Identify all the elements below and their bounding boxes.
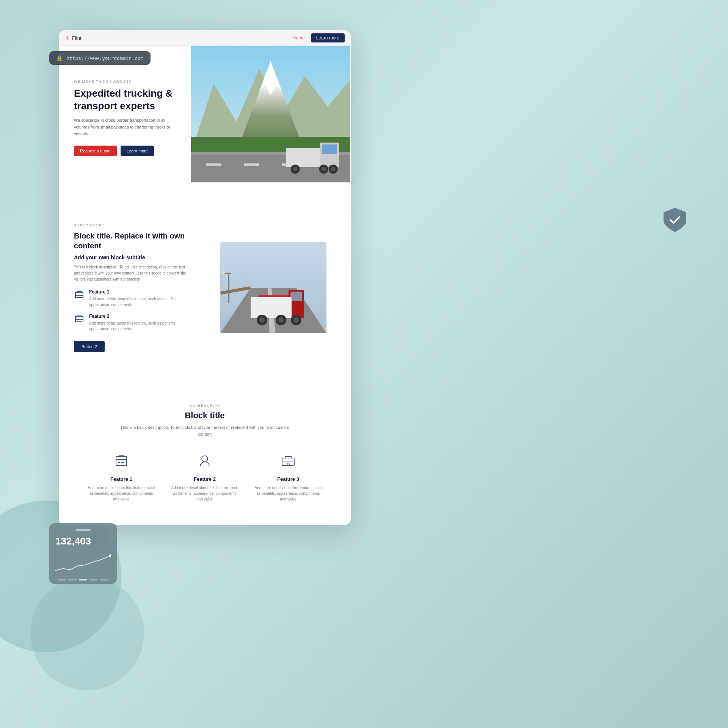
- hero-scene-image: [190, 46, 351, 182]
- request-quote-button[interactable]: Request a quote: [74, 146, 117, 156]
- hero-buttons: Request a quote Learn more: [74, 146, 178, 156]
- svg-rect-14: [322, 144, 337, 154]
- features-description: This is a block description. To edit, cl…: [118, 424, 292, 438]
- shield-icon: [660, 205, 690, 235]
- feature-card-2: Feature 2 Add more detail about this fea…: [171, 453, 239, 502]
- svg-point-20: [331, 167, 335, 171]
- svg-rect-27: [290, 292, 302, 301]
- feature-card-2-icon: [196, 453, 213, 469]
- url-bar[interactable]: 🔒 https://www.yourdomain.com: [49, 51, 151, 65]
- feature-card-3-icon: [280, 453, 297, 469]
- svg-rect-9: [244, 163, 259, 166]
- svg-point-30: [259, 317, 265, 323]
- feature-1-title: Feature 1: [89, 289, 187, 295]
- stats-dot-5: [100, 579, 108, 581]
- block-right: [199, 208, 351, 367]
- features-grid: Feature 1 Add more detail about this fea…: [74, 453, 336, 502]
- section-spacer-2: [59, 367, 351, 386]
- hero-description: We specialize in cross-border transporta…: [74, 117, 178, 137]
- nav-home-link[interactable]: Home: [293, 35, 305, 41]
- svg-rect-40: [282, 458, 294, 466]
- logo-icon: ✳: [65, 35, 70, 42]
- stats-dot-4: [89, 579, 98, 581]
- svg-rect-38: [116, 457, 127, 466]
- svg-point-41: [287, 463, 289, 465]
- truck-road-scene: [220, 242, 326, 333]
- svg-point-34: [293, 317, 299, 323]
- svg-rect-8: [206, 163, 221, 166]
- stats-dot-3: [79, 579, 87, 581]
- feature-1-desc: Add more detail about this feature, such…: [89, 296, 187, 308]
- stats-number: 132,403: [55, 535, 111, 547]
- block-section-1: SUPERSCRIPT Block title. Replace it with…: [59, 208, 351, 367]
- hero-left: WE MOVE THINGS AROUND Expedited trucking…: [59, 46, 190, 190]
- feature-1-icon: [74, 290, 85, 301]
- block-image: [220, 242, 326, 333]
- url-text: https://www.yourdomain.com: [66, 55, 144, 61]
- svg-point-39: [202, 456, 208, 462]
- hero-eyebrow: WE MOVE THINGS AROUND: [74, 80, 178, 83]
- svg-point-0: [109, 554, 111, 557]
- stats-dots: [55, 579, 111, 581]
- feature-2-icon: [74, 314, 85, 325]
- nav-learn-more-button[interactable]: Learn more: [311, 33, 345, 42]
- feature-card-2-title: Feature 2: [171, 476, 239, 482]
- feature-item-1: Feature 1 Add more detail about this fea…: [74, 289, 187, 308]
- shield-widget: [660, 205, 690, 235]
- feature-card-1-title: Feature 1: [87, 476, 155, 482]
- logo-text: Flint: [72, 35, 82, 41]
- block-title: Block title. Replace it with own content: [74, 231, 187, 251]
- feature-card-3-desc: Add more detail about this feature, such…: [254, 485, 322, 502]
- widget-handle: [75, 529, 91, 531]
- block-left: SUPERSCRIPT Block title. Replace it with…: [59, 208, 199, 367]
- browser-nav: ✳ Flint Home Learn more: [59, 30, 351, 46]
- hero-image-container: [190, 46, 351, 190]
- svg-point-32: [278, 317, 284, 323]
- features-section: SUPERSCRIPT Block title This is a block …: [59, 386, 351, 525]
- svg-point-16: [293, 167, 297, 171]
- feature-card-1-icon: [113, 453, 130, 469]
- block-description: This is a block description. To edit thi…: [74, 264, 187, 282]
- svg-rect-35: [228, 273, 229, 303]
- feature-2-content: Feature 2 Add more detail about this fea…: [89, 314, 187, 332]
- hero-section: WE MOVE THINGS AROUND Expedited trucking…: [59, 46, 351, 190]
- feature-item-2: Feature 2 Add more detail about this fea…: [74, 314, 187, 332]
- feature-card-1: Feature 1 Add more detail about this fea…: [87, 453, 155, 502]
- stats-dot-1: [58, 579, 66, 581]
- block-button-2[interactable]: Button 2: [74, 341, 105, 352]
- svg-point-37: [222, 271, 225, 274]
- features-eyebrow: SUPERSCRIPT: [74, 404, 336, 408]
- block-eyebrow: SUPERSCRIPT: [74, 223, 187, 227]
- section-spacer-1: [59, 190, 351, 208]
- feature-card-2-desc: Add more detail about this feature, such…: [171, 485, 239, 502]
- nav-links: Home Learn more: [293, 33, 345, 42]
- feature-1-content: Feature 1 Add more detail about this fea…: [89, 289, 187, 308]
- block-subtitle: Add your own block subtitle: [74, 254, 187, 260]
- stats-widget: 132,403: [49, 523, 117, 584]
- feature-card-1-desc: Add more detail about this feature, such…: [87, 485, 155, 502]
- lock-icon: 🔒: [56, 55, 63, 61]
- browser-window: ✳ Flint Home Learn more WE MOVE THINGS A…: [59, 30, 351, 525]
- browser-logo: ✳ Flint: [65, 35, 82, 42]
- feature-card-3: Feature 3 Add more detail about this fea…: [254, 453, 322, 502]
- hero-title: Expedited trucking & transport experts: [74, 87, 178, 112]
- stats-chart: [55, 552, 111, 574]
- feature-2-title: Feature 2: [89, 314, 187, 319]
- feature-card-3-title: Feature 3: [254, 476, 322, 482]
- features-title: Block title: [74, 411, 336, 420]
- svg-rect-28: [251, 297, 292, 318]
- feature-2-desc: Add more detail about this feature, such…: [89, 320, 187, 332]
- stats-dot-2: [68, 579, 77, 581]
- learn-more-button[interactable]: Learn more: [121, 146, 154, 156]
- svg-point-18: [321, 167, 326, 171]
